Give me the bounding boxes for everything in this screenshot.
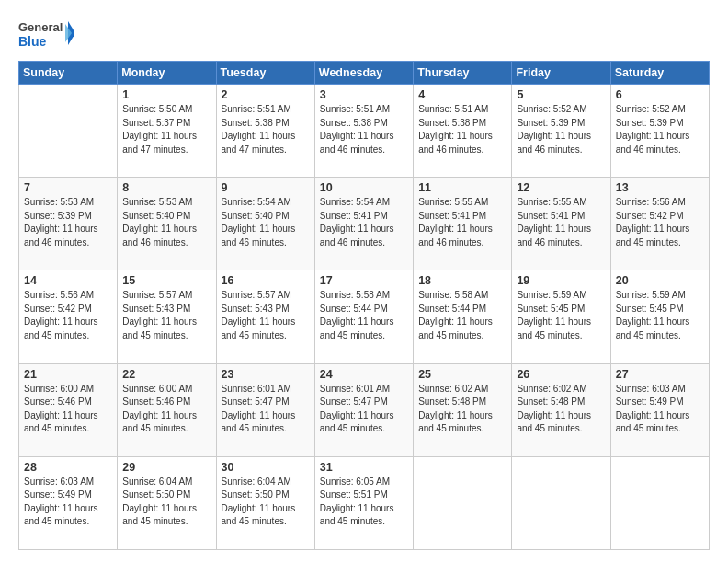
calendar-cell: 2Sunrise: 5:51 AM Sunset: 5:38 PM Daylig… <box>216 85 314 178</box>
day-number: 22 <box>122 368 210 381</box>
calendar-cell: 6Sunrise: 5:52 AM Sunset: 5:39 PM Daylig… <box>610 85 709 178</box>
weekday-header: Thursday <box>414 62 512 85</box>
day-number: 28 <box>24 461 112 474</box>
calendar-cell: 1Sunrise: 5:50 AM Sunset: 5:37 PM Daylig… <box>118 85 216 178</box>
day-number: 10 <box>320 181 408 194</box>
cell-content: Sunrise: 6:02 AM Sunset: 5:48 PM Dayligh… <box>517 383 605 436</box>
day-number: 20 <box>616 274 704 287</box>
cell-content: Sunrise: 5:59 AM Sunset: 5:45 PM Dayligh… <box>616 289 704 342</box>
calendar-week-row: 1Sunrise: 5:50 AM Sunset: 5:37 PM Daylig… <box>19 85 710 178</box>
cell-content: Sunrise: 5:55 AM Sunset: 5:41 PM Dayligh… <box>418 196 506 249</box>
day-number: 2 <box>222 88 310 101</box>
day-number: 12 <box>517 181 605 194</box>
cell-content: Sunrise: 6:01 AM Sunset: 5:47 PM Dayligh… <box>222 383 310 436</box>
calendar-cell: 17Sunrise: 5:58 AM Sunset: 5:44 PM Dayli… <box>314 270 413 363</box>
cell-content: Sunrise: 6:00 AM Sunset: 5:46 PM Dayligh… <box>24 383 112 436</box>
logo: General Blue <box>18 17 74 53</box>
calendar-cell: 11Sunrise: 5:55 AM Sunset: 5:41 PM Dayli… <box>414 178 512 270</box>
weekday-header: Sunday <box>19 62 118 85</box>
day-number: 15 <box>122 274 210 287</box>
day-number: 29 <box>122 461 210 474</box>
day-number: 17 <box>320 274 408 287</box>
calendar-cell <box>512 456 610 549</box>
calendar-cell <box>414 456 512 549</box>
calendar-cell: 23Sunrise: 6:01 AM Sunset: 5:47 PM Dayli… <box>216 363 314 456</box>
header: General Blue <box>18 17 710 53</box>
cell-content: Sunrise: 6:00 AM Sunset: 5:46 PM Dayligh… <box>122 383 210 436</box>
calendar-week-row: 7Sunrise: 5:53 AM Sunset: 5:39 PM Daylig… <box>19 178 710 270</box>
calendar-cell: 4Sunrise: 5:51 AM Sunset: 5:38 PM Daylig… <box>414 85 512 178</box>
calendar-table: SundayMondayTuesdayWednesdayThursdayFrid… <box>18 61 710 550</box>
calendar-cell: 25Sunrise: 6:02 AM Sunset: 5:48 PM Dayli… <box>414 363 512 456</box>
day-number: 9 <box>222 181 310 194</box>
cell-content: Sunrise: 5:58 AM Sunset: 5:44 PM Dayligh… <box>320 289 408 342</box>
day-number: 11 <box>418 181 506 194</box>
calendar-week-row: 14Sunrise: 5:56 AM Sunset: 5:42 PM Dayli… <box>19 270 710 363</box>
cell-content: Sunrise: 6:02 AM Sunset: 5:48 PM Dayligh… <box>418 383 506 436</box>
day-number: 18 <box>418 274 506 287</box>
cell-content: Sunrise: 5:51 AM Sunset: 5:38 PM Dayligh… <box>320 103 408 156</box>
cell-content: Sunrise: 6:04 AM Sunset: 5:50 PM Dayligh… <box>122 476 210 529</box>
cell-content: Sunrise: 5:54 AM Sunset: 5:40 PM Dayligh… <box>222 196 310 249</box>
cell-content: Sunrise: 5:55 AM Sunset: 5:41 PM Dayligh… <box>517 196 605 249</box>
calendar-cell: 20Sunrise: 5:59 AM Sunset: 5:45 PM Dayli… <box>610 270 709 363</box>
calendar-cell: 26Sunrise: 6:02 AM Sunset: 5:48 PM Dayli… <box>512 363 610 456</box>
weekday-header: Monday <box>118 62 216 85</box>
day-number: 23 <box>222 368 310 381</box>
day-number: 21 <box>24 368 112 381</box>
calendar-cell: 19Sunrise: 5:59 AM Sunset: 5:45 PM Dayli… <box>512 270 610 363</box>
calendar-cell: 27Sunrise: 6:03 AM Sunset: 5:49 PM Dayli… <box>610 363 709 456</box>
cell-content: Sunrise: 5:56 AM Sunset: 5:42 PM Dayligh… <box>616 196 704 249</box>
calendar-cell <box>19 85 118 178</box>
calendar-cell: 3Sunrise: 5:51 AM Sunset: 5:38 PM Daylig… <box>314 85 413 178</box>
cell-content: Sunrise: 5:57 AM Sunset: 5:43 PM Dayligh… <box>222 289 310 342</box>
calendar-cell: 5Sunrise: 5:52 AM Sunset: 5:39 PM Daylig… <box>512 85 610 178</box>
day-number: 4 <box>418 88 506 101</box>
calendar-cell: 28Sunrise: 6:03 AM Sunset: 5:49 PM Dayli… <box>19 456 118 549</box>
cell-content: Sunrise: 6:04 AM Sunset: 5:50 PM Dayligh… <box>222 476 310 529</box>
calendar-cell: 22Sunrise: 6:00 AM Sunset: 5:46 PM Dayli… <box>118 363 216 456</box>
cell-content: Sunrise: 5:58 AM Sunset: 5:44 PM Dayligh… <box>418 289 506 342</box>
calendar-cell: 14Sunrise: 5:56 AM Sunset: 5:42 PM Dayli… <box>19 270 118 363</box>
day-number: 3 <box>320 88 408 101</box>
calendar-cell: 7Sunrise: 5:53 AM Sunset: 5:39 PM Daylig… <box>19 178 118 270</box>
calendar-cell: 30Sunrise: 6:04 AM Sunset: 5:50 PM Dayli… <box>216 456 314 549</box>
calendar-cell: 16Sunrise: 5:57 AM Sunset: 5:43 PM Dayli… <box>216 270 314 363</box>
calendar-week-row: 28Sunrise: 6:03 AM Sunset: 5:49 PM Dayli… <box>19 456 710 549</box>
cell-content: Sunrise: 5:59 AM Sunset: 5:45 PM Dayligh… <box>517 289 605 342</box>
day-number: 16 <box>222 274 310 287</box>
day-number: 6 <box>616 88 704 101</box>
day-number: 7 <box>24 181 112 194</box>
calendar-cell: 15Sunrise: 5:57 AM Sunset: 5:43 PM Dayli… <box>118 270 216 363</box>
cell-content: Sunrise: 6:03 AM Sunset: 5:49 PM Dayligh… <box>24 476 112 529</box>
svg-text:Blue: Blue <box>18 34 47 49</box>
cell-content: Sunrise: 5:52 AM Sunset: 5:39 PM Dayligh… <box>616 103 704 156</box>
logo-svg: General Blue <box>18 17 74 53</box>
day-number: 26 <box>517 368 605 381</box>
calendar-cell <box>610 456 709 549</box>
calendar-cell: 10Sunrise: 5:54 AM Sunset: 5:41 PM Dayli… <box>314 178 413 270</box>
cell-content: Sunrise: 5:53 AM Sunset: 5:40 PM Dayligh… <box>122 196 210 249</box>
day-number: 25 <box>418 368 506 381</box>
calendar-header-row: SundayMondayTuesdayWednesdayThursdayFrid… <box>19 62 710 85</box>
cell-content: Sunrise: 6:05 AM Sunset: 5:51 PM Dayligh… <box>320 476 408 529</box>
cell-content: Sunrise: 5:50 AM Sunset: 5:37 PM Dayligh… <box>122 103 210 156</box>
calendar-cell: 9Sunrise: 5:54 AM Sunset: 5:40 PM Daylig… <box>216 178 314 270</box>
day-number: 8 <box>122 181 210 194</box>
day-number: 24 <box>320 368 408 381</box>
cell-content: Sunrise: 5:51 AM Sunset: 5:38 PM Dayligh… <box>418 103 506 156</box>
day-number: 27 <box>616 368 704 381</box>
day-number: 13 <box>616 181 704 194</box>
day-number: 14 <box>24 274 112 287</box>
weekday-header: Saturday <box>610 62 709 85</box>
cell-content: Sunrise: 5:53 AM Sunset: 5:39 PM Dayligh… <box>24 196 112 249</box>
cell-content: Sunrise: 5:54 AM Sunset: 5:41 PM Dayligh… <box>320 196 408 249</box>
day-number: 19 <box>517 274 605 287</box>
weekday-header: Tuesday <box>216 62 314 85</box>
calendar-cell: 31Sunrise: 6:05 AM Sunset: 5:51 PM Dayli… <box>314 456 413 549</box>
weekday-header: Wednesday <box>314 62 413 85</box>
calendar-cell: 13Sunrise: 5:56 AM Sunset: 5:42 PM Dayli… <box>610 178 709 270</box>
cell-content: Sunrise: 5:52 AM Sunset: 5:39 PM Dayligh… <box>517 103 605 156</box>
weekday-header: Friday <box>512 62 610 85</box>
cell-content: Sunrise: 5:57 AM Sunset: 5:43 PM Dayligh… <box>122 289 210 342</box>
